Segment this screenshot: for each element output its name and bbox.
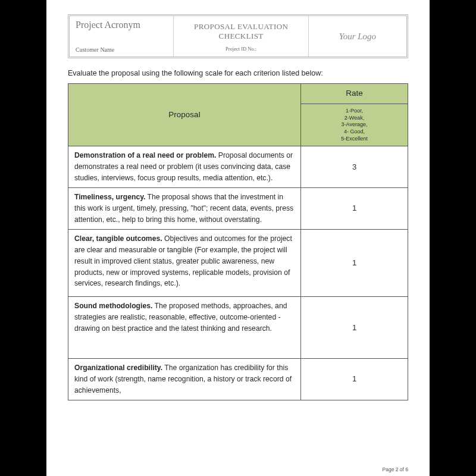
criterion-title: Organizational credibility. (74, 364, 162, 372)
document-page: Project Acronym Customer Name PROPOSAL E… (46, 0, 430, 476)
rate-cell: 3 (301, 146, 408, 188)
criterion-title: Demonstration of a real need or problem. (74, 151, 216, 159)
header-left-cell: Project Acronym Customer Name (70, 16, 174, 57)
rate-scale-legend: 1-Poor, 2-Weak, 3-Average, 4- Good, 5-Ex… (301, 104, 408, 146)
project-acronym: Project Acronym (76, 20, 167, 30)
criterion-cell: Clear, tangible outcomes. Objectives and… (68, 229, 301, 297)
evaluation-table: Proposal Rate 1-Poor, 2-Weak, 3-Average,… (68, 83, 408, 400)
scale-line: 5-Excellent (307, 136, 402, 143)
scale-line: 1-Poor, (307, 108, 402, 115)
instruction-text: Evaluate the proposal using the followin… (68, 69, 408, 77)
scale-line: 2-Weak, (307, 115, 402, 122)
header-right-cell: Your Logo (309, 16, 406, 57)
rate-cell: 1 (301, 188, 408, 230)
table-row: Timeliness, urgency. The proposal shows … (68, 188, 408, 230)
criterion-title: Timeliness, urgency. (74, 193, 145, 201)
customer-name: Customer Name (76, 46, 167, 53)
criterion-cell: Demonstration of a real need or problem.… (68, 146, 301, 188)
table-row: Demonstration of a real need or problem.… (68, 146, 408, 188)
criterion-cell: Sound methodologies. The proposed method… (68, 297, 301, 359)
logo-placeholder: Your Logo (339, 32, 376, 42)
col-header-rate: Rate (301, 84, 408, 104)
page-number: Page 2 of 6 (383, 466, 408, 472)
rate-cell: 1 (301, 297, 408, 359)
scale-line: 4- Good, (307, 129, 402, 136)
criterion-title: Clear, tangible outcomes. (74, 234, 162, 243)
col-header-proposal: Proposal (68, 84, 301, 146)
header-block: Project Acronym Customer Name PROPOSAL E… (68, 14, 408, 58)
table-row: Clear, tangible outcomes. Objectives and… (68, 229, 408, 297)
rate-cell: 1 (301, 229, 408, 297)
header-center-cell: PROPOSAL EVALUATION CHECKLIST Project ID… (174, 16, 308, 57)
document-title: PROPOSAL EVALUATION CHECKLIST (180, 22, 302, 41)
criterion-title: Sound methodologies. (74, 302, 152, 310)
criterion-cell: Timeliness, urgency. The proposal shows … (68, 188, 301, 230)
project-id-label: Project ID No.: (226, 46, 256, 52)
criterion-cell: Organizational credibility. The organiza… (68, 359, 301, 400)
table-row: Organizational credibility. The organiza… (68, 359, 408, 400)
rate-cell: 1 (301, 359, 408, 400)
table-row: Sound methodologies. The proposed method… (68, 297, 408, 359)
scale-line: 3-Average, (307, 121, 402, 129)
